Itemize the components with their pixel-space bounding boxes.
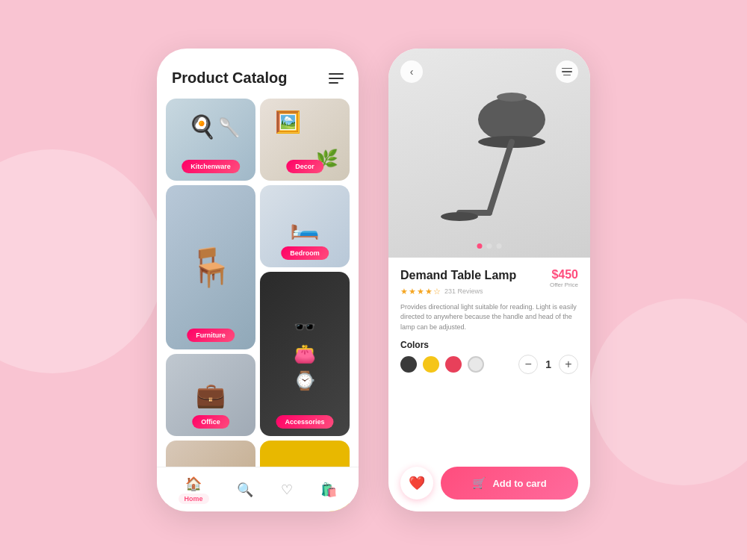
dot-2[interactable] — [487, 243, 492, 249]
nav-search[interactable]: 🔍 — [237, 482, 253, 498]
quantity-decrease-button[interactable]: − — [518, 355, 538, 374]
product-info: Demand Table Lamp ★★★★☆ 231 Reviews $450… — [388, 258, 590, 374]
heart-icon: ♡ — [281, 482, 293, 498]
category-accessories[interactable]: 🕶️👛⌚ Accessories — [260, 272, 350, 436]
furniture-badge: Furniture — [187, 329, 235, 342]
dot-1[interactable] — [477, 243, 483, 249]
svg-line-3 — [489, 142, 512, 213]
quantity-increase-button[interactable]: + — [559, 355, 578, 374]
image-dots — [477, 243, 502, 249]
add-to-cart-button[interactable]: 🛒 Add to card — [441, 467, 578, 500]
swatch-pink[interactable] — [445, 356, 462, 373]
menu-button[interactable] — [556, 60, 578, 83]
svg-point-2 — [497, 93, 527, 102]
product-name-block: Demand Table Lamp ★★★★☆ 231 Reviews — [400, 268, 516, 296]
swatch-light[interactable] — [468, 356, 484, 373]
product-top-row: Demand Table Lamp ★★★★☆ 231 Reviews $450… — [400, 268, 578, 296]
price-label: Offer Price — [550, 281, 578, 288]
search-icon: 🔍 — [237, 482, 253, 498]
category-office[interactable]: 💼 Office — [166, 354, 255, 436]
hamburger-icon[interactable] — [329, 73, 344, 84]
nav-home[interactable]: 🏠 Home — [179, 476, 209, 504]
office-badge: Office — [192, 415, 229, 429]
category-bedroom[interactable]: 🛏️ Bedroom — [260, 185, 350, 267]
nav-wishlist[interactable]: ♡ — [281, 482, 293, 498]
product-header-icons: ‹ — [388, 60, 590, 83]
colors-section: Colors − 1 + — [400, 340, 578, 374]
left-phone: Product Catalog Kitchenware Decor 🪑 Furn… — [157, 49, 359, 511]
color-swatches — [400, 356, 484, 373]
nav-home-label: Home — [179, 494, 209, 504]
quantity-value: 1 — [545, 358, 551, 370]
kitchenware-badge: Kitchenware — [182, 160, 240, 173]
heart-icon: ❤️ — [409, 475, 425, 491]
catalog-grid: Kitchenware Decor 🪑 Furniture 🛏️ Bedroom — [157, 99, 359, 511]
category-decor[interactable]: Decor — [260, 99, 350, 181]
svg-point-5 — [441, 212, 478, 221]
review-count: 231 Reviews — [444, 287, 483, 295]
bedroom-badge: Bedroom — [281, 246, 329, 260]
colors-label: Colors — [400, 340, 578, 350]
add-to-cart-label: Add to card — [492, 478, 546, 489]
star-rating: ★★★★☆ — [400, 287, 441, 296]
product-name: Demand Table Lamp — [400, 268, 516, 284]
nav-cart[interactable]: 🛍️ — [320, 482, 337, 498]
decor-badge: Decor — [286, 160, 323, 173]
page-title: Product Catalog — [172, 69, 287, 87]
catalog-header: Product Catalog — [157, 49, 359, 99]
product-description: Provides directional light suitable for … — [400, 302, 578, 333]
cart-icon: 🛍️ — [320, 482, 337, 498]
category-kitchenware[interactable]: Kitchenware — [166, 99, 255, 181]
price-block: $450 Offer Price — [550, 268, 578, 288]
bottom-nav: 🏠 Home 🔍 ♡ 🛍️ — [157, 467, 359, 511]
colors-row: − 1 + — [400, 355, 578, 374]
svg-point-0 — [478, 97, 545, 142]
swatch-dark[interactable] — [400, 356, 417, 373]
cart-icon: 🛒 — [472, 476, 486, 490]
lamp-image — [415, 63, 564, 243]
accessories-badge: Accessories — [276, 415, 333, 429]
wishlist-button[interactable]: ❤️ — [400, 467, 433, 500]
back-button[interactable]: ‹ — [400, 60, 423, 83]
quantity-control: − 1 + — [518, 355, 578, 374]
product-image-area: ‹ — [388, 49, 590, 258]
stars-row: ★★★★☆ 231 Reviews — [400, 287, 516, 296]
home-icon: 🏠 — [185, 476, 202, 492]
product-price: $450 — [550, 268, 578, 281]
right-phone: ‹ — [388, 49, 590, 511]
swatch-yellow[interactable] — [423, 356, 439, 373]
action-bar: ❤️ 🛒 Add to card — [388, 459, 590, 511]
dot-3[interactable] — [497, 243, 502, 249]
category-furniture[interactable]: 🪑 Furniture — [166, 185, 255, 349]
